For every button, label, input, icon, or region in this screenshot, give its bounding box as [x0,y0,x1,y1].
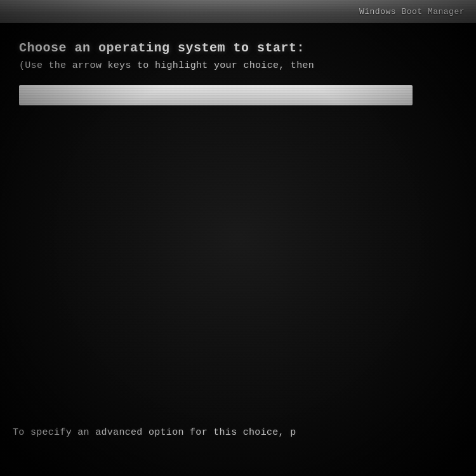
os-selection-bar[interactable] [19,85,413,105]
main-content: Choose an operating system to start: (Us… [0,23,476,476]
bottom-hint-text: To specify an advanced option for this c… [13,427,476,438]
boot-screen: Windows Boot Manager Choose an operating… [0,0,476,476]
title-bar-text: Windows Boot Manager [359,7,465,17]
subheading: (Use the arrow keys to highlight your ch… [19,60,457,71]
title-bar: Windows Boot Manager [0,0,476,23]
main-heading: Choose an operating system to start: [19,41,457,55]
